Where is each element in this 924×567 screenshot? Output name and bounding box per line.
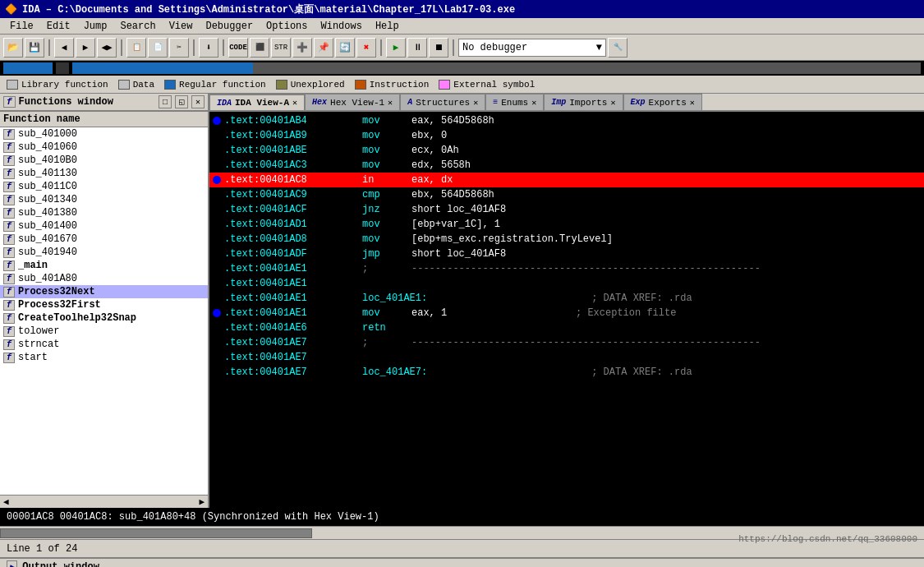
legend-instruction-box	[355, 80, 366, 90]
code-line[interactable]: .text:00401AB4 mov eax, 564D5868h	[209, 113, 924, 128]
function-list-item[interactable]: fCreateToolhelp32Snap	[0, 311, 208, 325]
function-list-item[interactable]: f_main	[0, 259, 208, 272]
code-line[interactable]: .text:00401AD8 mov [ebp+ms_exc.registrat…	[209, 232, 924, 247]
scroll-thumb[interactable]	[0, 528, 312, 538]
function-list-item[interactable]: fsub_401940	[0, 246, 208, 259]
tab-enums[interactable]: ≡Enums✕	[485, 94, 544, 110]
code-line[interactable]: .text:00401AE6 retn	[209, 320, 924, 335]
function-list-item[interactable]: fProcess32Next	[0, 285, 208, 298]
menu-jump[interactable]: Jump	[77, 19, 114, 34]
function-list-item[interactable]: fsub_401380	[0, 206, 208, 219]
data-button[interactable]: ⬛	[250, 38, 269, 58]
function-list-item[interactable]: fsub_4011C0	[0, 180, 208, 193]
code-line[interactable]: .text:00401AE1 loc_401AE1: ; DATA XREF: …	[209, 291, 924, 306]
menu-search[interactable]: Search	[113, 19, 162, 34]
tab-imports[interactable]: ImpImports✕	[544, 94, 623, 110]
code-mnemonic: jnz	[362, 202, 411, 217]
play-button[interactable]: ▶	[386, 38, 406, 58]
function-list-item[interactable]: fsub_401000	[0, 127, 208, 141]
menu-help[interactable]: Help	[369, 19, 406, 34]
function-list-item[interactable]: fstrncat	[0, 338, 208, 351]
code-line[interactable]: .text:00401AD1 mov [ebp+var_1C], 1	[209, 217, 924, 232]
function-list-item[interactable]: fProcess32First	[0, 298, 208, 311]
sidebar-restore-btn[interactable]: ◱	[175, 95, 188, 108]
download-button[interactable]: ⬇	[199, 38, 218, 58]
sidebar-close-btn[interactable]: ✕	[191, 95, 205, 108]
tab-close-icon[interactable]: ✕	[292, 98, 297, 108]
function-list[interactable]: fsub_401000fsub_401060fsub_4010B0fsub_40…	[0, 127, 208, 495]
func-name: tolower	[18, 325, 59, 337]
tab-hex-view-1[interactable]: HexHex View-1✕	[305, 94, 400, 110]
debugger-dropdown[interactable]: No debugger ▼	[458, 39, 606, 57]
tab-icon: Exp	[631, 98, 646, 107]
function-list-item[interactable]: fsub_401130	[0, 167, 208, 180]
mark-button[interactable]: 📌	[314, 38, 333, 58]
pause-button[interactable]: ⏸	[407, 38, 427, 58]
open-button[interactable]: 📂	[3, 38, 23, 58]
back-button[interactable]: ◀	[54, 38, 74, 58]
copy-button[interactable]: 📋	[126, 38, 146, 58]
code-line[interactable]: .text:00401ADF jmp short loc_401AF8	[209, 247, 924, 261]
code-line[interactable]: .text:00401ACF jnz short loc_401AF8	[209, 202, 924, 217]
sync-bar: 00001AC8 00401AC8: sub_401A80+48 (Synchr…	[0, 508, 924, 526]
str-button[interactable]: STR	[271, 38, 291, 58]
cut-button[interactable]: ✂	[169, 38, 189, 58]
tab-close-icon[interactable]: ✕	[388, 98, 393, 108]
menu-windows[interactable]: Windows	[315, 19, 369, 34]
code-line[interactable]: .text:00401AC9 cmp ebx, 564D5868h	[209, 187, 924, 202]
menu-view[interactable]: View	[163, 19, 200, 34]
function-list-item[interactable]: ftolower	[0, 325, 208, 338]
function-list-item[interactable]: fstart	[0, 351, 208, 364]
tab-exports[interactable]: ExpExports✕	[623, 94, 702, 110]
sidebar-minimize-btn[interactable]: □	[159, 95, 172, 108]
plus-button[interactable]: ➕	[292, 38, 312, 58]
code-button[interactable]: CODE	[228, 38, 248, 58]
function-list-item[interactable]: fsub_4010B0	[0, 154, 208, 167]
tab-close-icon[interactable]: ✕	[473, 98, 478, 108]
save-button[interactable]: 💾	[25, 38, 44, 58]
code-line[interactable]: .text:00401AE1	[209, 276, 924, 291]
code-line[interactable]: .text:00401AE1 ; -----------------------…	[209, 261, 924, 276]
code-line[interactable]: .text:00401AE1 mov eax, 1 ; Exception fi…	[209, 306, 924, 320]
function-list-item[interactable]: fsub_401400	[0, 219, 208, 233]
menu-file[interactable]: File	[3, 19, 40, 34]
tab-close-icon[interactable]: ✕	[690, 98, 695, 108]
code-mnemonic: jmp	[362, 247, 411, 261]
refresh-button[interactable]: 🔄	[335, 38, 355, 58]
toolbar-sep-1	[48, 39, 50, 56]
code-line[interactable]: .text:00401AC8 in eax, dx	[209, 173, 924, 187]
tab-close-icon[interactable]: ✕	[531, 98, 536, 108]
code-line[interactable]: .text:00401ABE mov ecx, 0Ah	[209, 143, 924, 158]
stop-button[interactable]: ✖	[356, 38, 376, 58]
code-line[interactable]: .text:00401AE7	[209, 350, 924, 365]
scroll-left-icon[interactable]: ◀	[3, 496, 9, 507]
func-f-icon: f	[3, 353, 15, 363]
code-mnemonic: mov	[362, 232, 411, 247]
paste-button[interactable]: 📄	[148, 38, 168, 58]
function-list-item[interactable]: fsub_401A80	[0, 272, 208, 285]
no-breakpoint	[213, 294, 221, 302]
tab-ida-view-a[interactable]: IDAIDA View-A✕	[209, 94, 305, 110]
tab-label: Hex View-1	[330, 98, 384, 108]
code-view[interactable]: .text:00401AB4 mov eax, 564D5868h .text:…	[209, 112, 924, 508]
function-list-item[interactable]: fsub_401060	[0, 141, 208, 154]
debug-extra[interactable]: 🔧	[608, 38, 627, 58]
function-list-item[interactable]: fsub_401670	[0, 233, 208, 246]
code-line[interactable]: .text:00401AE7 ; -----------------------…	[209, 335, 924, 350]
scroll-right-icon[interactable]: ▶	[199, 496, 205, 507]
code-line[interactable]: .text:00401AB9 mov ebx, 0	[209, 128, 924, 143]
function-list-item[interactable]: fsub_401340	[0, 193, 208, 206]
stop2-button[interactable]: ⏹	[429, 38, 448, 58]
forward-button[interactable]: ▶	[76, 38, 95, 58]
code-operands: short loc_401AF8	[411, 247, 576, 261]
menu-options[interactable]: Options	[260, 19, 314, 34]
code-line[interactable]: .text:00401AC3 mov edx, 5658h	[209, 158, 924, 173]
tab-close-icon[interactable]: ✕	[610, 98, 615, 108]
code-line[interactable]: .text:00401AE7 loc_401AE7: ; DATA XREF: …	[209, 365, 924, 380]
dropdown-arrow-icon[interactable]: ▼	[596, 42, 602, 53]
tab-structures[interactable]: AStructures✕	[400, 94, 485, 110]
menu-debugger[interactable]: Debugger	[199, 19, 260, 34]
menu-edit[interactable]: Edit	[40, 19, 77, 34]
more-nav[interactable]: ◀▶	[97, 38, 117, 58]
legend-data-label: Data	[133, 80, 154, 90]
